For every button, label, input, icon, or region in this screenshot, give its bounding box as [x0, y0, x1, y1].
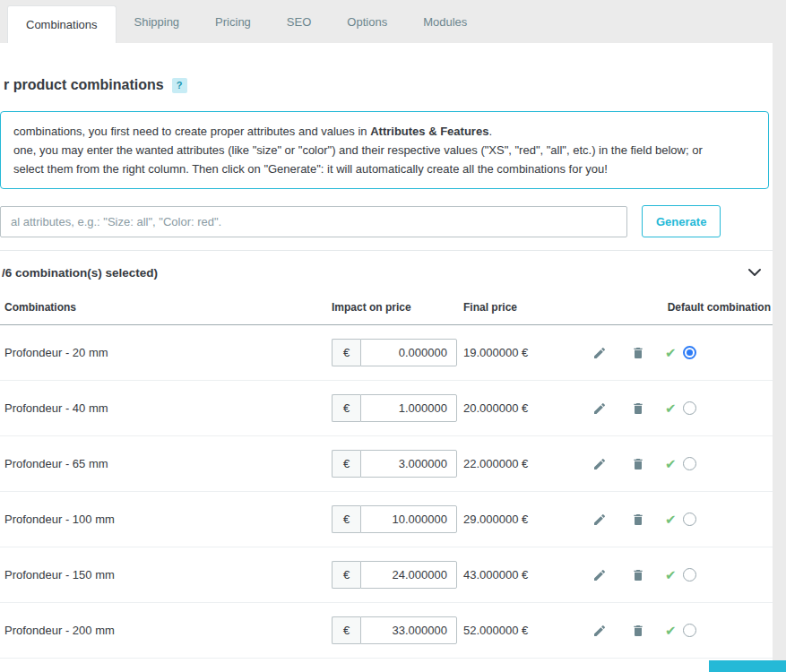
default-combination-radio[interactable] — [683, 457, 696, 470]
default-combination-radio[interactable] — [683, 401, 696, 415]
default-cell: ✔ — [663, 513, 773, 526]
edit-icon[interactable] — [592, 624, 607, 638]
combination-name: Profondeur - 40 mm — [0, 401, 327, 415]
edit-icon[interactable] — [592, 568, 607, 582]
page-title-text: r product combinations — [4, 77, 164, 93]
alert-line-1-bold: Attributes & Features — [370, 125, 488, 138]
currency-symbol: € — [332, 450, 360, 478]
currency-symbol: € — [332, 561, 360, 589]
currency-symbol: € — [332, 505, 360, 533]
combinations-page: Combinations Shipping Pricing SEO Option… — [0, 0, 786, 672]
combination-row: Profondeur - 65 mm € 22.000000 € ✔ — [0, 436, 773, 492]
alert-line-1-end: . — [488, 125, 492, 138]
info-alert: combinations, you first need to create p… — [0, 111, 769, 189]
currency-symbol: € — [332, 339, 360, 366]
combination-name: Profondeur - 20 mm — [0, 346, 327, 359]
generate-button[interactable]: Generate — [642, 205, 721, 237]
default-combination-radio[interactable] — [683, 513, 696, 526]
default-cell: ✔ — [663, 346, 773, 359]
impact-cell: € — [327, 616, 462, 644]
combination-row: Profondeur - 40 mm € 20.000000 € ✔ — [0, 381, 773, 436]
default-combination-radio[interactable] — [683, 624, 696, 637]
default-cell: ✔ — [663, 624, 773, 637]
impact-on-price-input[interactable] — [360, 561, 457, 589]
default-combination-radio[interactable] — [683, 346, 696, 359]
check-icon: ✔ — [665, 346, 677, 359]
bottom-action-bar-partial[interactable] — [709, 660, 786, 672]
combination-row: Profondeur - 100 mm € 29.000000 € ✔ — [0, 492, 773, 547]
header-combinations: Combinations — [0, 301, 327, 314]
combination-row: Profondeur - 150 mm € 43.000000 € ✔ — [0, 547, 773, 603]
header-default-combination: Default combination — [663, 301, 773, 314]
final-price: 29.000000 € — [462, 513, 587, 526]
header-impact-on-price: Impact on price — [327, 301, 462, 314]
tab-modules[interactable]: Modules — [405, 0, 485, 43]
combination-name: Profondeur - 65 mm — [0, 457, 327, 470]
tab-shipping[interactable]: Shipping — [117, 0, 198, 43]
header-final-price: Final price — [462, 301, 587, 314]
alert-line-1: combinations, you first need to create p… — [13, 122, 756, 141]
alert-line-1-text: combinations, you first need to create p… — [13, 125, 370, 138]
delete-icon[interactable] — [631, 568, 645, 582]
row-actions — [587, 513, 663, 527]
check-icon: ✔ — [665, 568, 677, 582]
row-actions — [587, 401, 663, 416]
combination-name: Profondeur - 150 mm — [0, 568, 327, 582]
tab-pricing[interactable]: Pricing — [197, 0, 269, 43]
edit-icon[interactable] — [592, 457, 607, 471]
row-actions — [587, 346, 663, 360]
check-icon: ✔ — [665, 457, 677, 470]
edit-icon[interactable] — [592, 401, 607, 416]
attributes-input[interactable] — [0, 206, 627, 237]
default-combination-radio[interactable] — [683, 568, 696, 582]
tab-options[interactable]: Options — [329, 0, 405, 43]
delete-icon[interactable] — [631, 624, 645, 638]
check-icon: ✔ — [665, 513, 677, 526]
row-actions — [587, 568, 663, 582]
check-icon: ✔ — [665, 401, 677, 415]
selection-count-label: /6 combination(s) selected) — [2, 266, 158, 280]
delete-icon[interactable] — [631, 457, 645, 471]
final-price: 43.000000 € — [462, 568, 587, 582]
default-cell: ✔ — [663, 568, 773, 582]
check-icon: ✔ — [665, 624, 677, 637]
impact-on-price-input[interactable] — [360, 339, 457, 366]
impact-on-price-input[interactable] — [360, 394, 457, 422]
alert-line-3: select them from the right column. Then … — [13, 159, 756, 178]
final-price: 19.000000 € — [462, 346, 587, 359]
combinations-selection-toggle[interactable]: /6 combination(s) selected) — [0, 250, 773, 292]
combination-name: Profondeur - 100 mm — [0, 513, 327, 526]
impact-on-price-input[interactable] — [360, 505, 457, 533]
impact-cell: € — [327, 505, 462, 533]
combination-row: Profondeur - 20 mm € 19.000000 € ✔ — [0, 325, 773, 381]
tab-combinations[interactable]: Combinations — [7, 5, 117, 43]
edit-icon[interactable] — [592, 513, 607, 527]
table-header: Combinations Impact on price Final price… — [0, 292, 773, 325]
delete-icon[interactable] — [631, 401, 645, 416]
row-actions — [587, 624, 663, 638]
delete-icon[interactable] — [631, 346, 645, 360]
impact-on-price-input[interactable] — [360, 450, 457, 478]
tab-seo[interactable]: SEO — [269, 0, 329, 43]
final-price: 22.000000 € — [462, 457, 587, 470]
impact-cell: € — [327, 339, 462, 366]
tab-bar: Combinations Shipping Pricing SEO Option… — [0, 0, 786, 43]
generator-row: Generate — [0, 205, 773, 237]
final-price: 20.000000 € — [462, 401, 587, 415]
default-cell: ✔ — [663, 457, 773, 470]
currency-symbol: € — [332, 616, 360, 644]
impact-cell: € — [327, 561, 462, 589]
combination-row: Profondeur - 200 mm € 52.000000 € ✔ — [0, 603, 773, 659]
edit-icon[interactable] — [592, 346, 607, 360]
final-price: 52.000000 € — [462, 624, 587, 637]
row-actions — [587, 457, 663, 471]
impact-cell: € — [327, 450, 462, 478]
combination-name: Profondeur - 200 mm — [0, 624, 327, 637]
delete-icon[interactable] — [631, 513, 645, 527]
main-panel: r product combinations ? combinations, y… — [0, 43, 773, 672]
impact-on-price-input[interactable] — [360, 616, 457, 644]
currency-symbol: € — [332, 394, 360, 422]
page-title: r product combinations ? — [4, 77, 773, 93]
chevron-down-icon[interactable] — [747, 264, 762, 280]
help-icon[interactable]: ? — [172, 78, 187, 93]
